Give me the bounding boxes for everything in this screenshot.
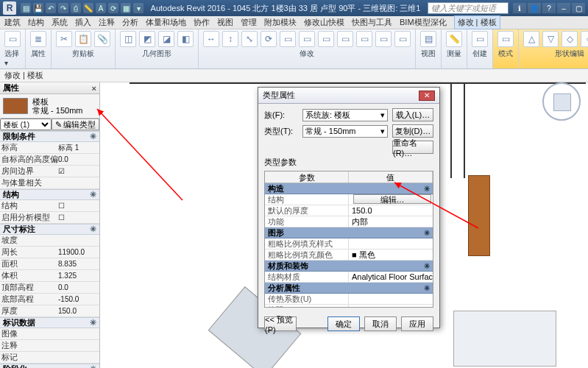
dialog-close-button[interactable]: ✕	[419, 91, 435, 101]
prop-value[interactable]: -150.0	[58, 295, 98, 303]
ribbon-tab[interactable]: 体量和场地	[146, 17, 186, 28]
prop-group-header[interactable]: 阶段化✳	[0, 364, 99, 368]
prop-row[interactable]: 图像	[0, 328, 99, 340]
prop-row[interactable]: 标记	[0, 352, 99, 364]
ribbon-tab[interactable]: 分析	[122, 17, 138, 28]
param-group-header[interactable]: 图形✳	[265, 227, 433, 238]
qat-print-icon[interactable]: ⎙	[71, 3, 81, 13]
ribbon-tab[interactable]: 建筑	[4, 17, 21, 28]
prop-value[interactable]: 11900.0	[58, 248, 98, 256]
info-icon[interactable]: ℹ	[513, 3, 526, 13]
prop-value[interactable]: 1.325	[58, 272, 98, 280]
close-icon[interactable]: ×	[92, 84, 96, 93]
prop-group-header[interactable]: 限制条件✳	[0, 131, 99, 142]
ribbon-tab[interactable]: 管理	[241, 17, 257, 28]
prop-row[interactable]: 体积1.325	[0, 270, 99, 282]
prop-row[interactable]: 自标高的高度偏移0.0	[0, 154, 99, 166]
ribbon-tab[interactable]: 快图与工具	[352, 17, 392, 28]
prop-value[interactable]: 150.0	[58, 307, 98, 315]
ribbon-tab[interactable]: 协作	[194, 17, 210, 28]
param-value[interactable]: 编辑…	[349, 194, 433, 205]
qat-open-icon[interactable]: ▤	[21, 3, 31, 13]
minimize-button[interactable]: –	[557, 3, 570, 13]
qat-measure-icon[interactable]: 📏	[83, 3, 93, 13]
maximize-button[interactable]: ▢	[572, 3, 585, 13]
duplicate-button[interactable]: 复制(D)…	[392, 124, 433, 138]
ribbon-button[interactable]: △	[523, 31, 539, 47]
param-row[interactable]: 热阻(R)	[265, 305, 433, 308]
ribbon-button[interactable]: ▭	[318, 31, 334, 47]
ribbon-tab[interactable]: 系统	[52, 17, 68, 28]
apply-button[interactable]: 应用	[401, 316, 433, 331]
prop-group-header[interactable]: 尺寸标注✳	[0, 224, 99, 235]
param-group-header[interactable]: 构造✳	[265, 183, 433, 194]
param-row[interactable]: 传热系数(U)	[265, 294, 433, 305]
param-value[interactable]	[349, 305, 433, 308]
ribbon-button[interactable]: ◇	[562, 31, 578, 47]
ribbon-tab[interactable]: 修改山快模	[304, 17, 344, 28]
prop-row[interactable]: 注释	[0, 340, 99, 352]
qat-save-icon[interactable]: 💾	[33, 3, 43, 13]
view-cube[interactable]	[542, 82, 581, 121]
ribbon-button[interactable]: 📏	[446, 31, 462, 47]
ribbon-button[interactable]: ◩	[139, 31, 155, 47]
ribbon-button[interactable]: ▭	[375, 31, 392, 47]
preview-button[interactable]: << 预览(P)	[264, 316, 297, 331]
param-row[interactable]: 结构材质Analytical Floor Surface	[265, 272, 433, 283]
ribbon-button[interactable]: ▭	[280, 31, 296, 47]
qat-sync-icon[interactable]: ⟳	[108, 3, 118, 13]
ribbon-button[interactable]: ▽	[542, 31, 559, 47]
prop-row[interactable]: 坡度	[0, 235, 99, 247]
prop-row[interactable]: 启用分析模型☐	[0, 212, 99, 224]
ribbon-tab[interactable]: 附加模块	[264, 17, 297, 28]
ribbon-button[interactable]: ⟳	[261, 31, 277, 47]
prop-group-header[interactable]: 结构✳	[0, 189, 99, 200]
param-value[interactable]: Analytical Floor Surface	[349, 272, 433, 282]
edit-type-button[interactable]: ✎编辑类型	[52, 118, 99, 130]
ribbon-tab[interactable]: 结构	[28, 17, 44, 28]
ribbon-button[interactable]: ◧	[177, 31, 194, 47]
prop-value[interactable]: 标高 1	[58, 143, 98, 153]
ribbon-button[interactable]: ≣	[30, 31, 46, 47]
prop-value[interactable]: 0.0	[58, 283, 98, 291]
ok-button[interactable]: 确定	[327, 316, 360, 331]
ribbon-tab[interactable]: 插入	[75, 17, 91, 28]
param-row[interactable]: 结构编辑…	[265, 194, 433, 205]
prop-row[interactable]: 房间边界☑	[0, 166, 99, 177]
ribbon-button[interactable]: ▭	[394, 31, 411, 47]
search-input[interactable]: 键入关键字或短语	[428, 2, 509, 14]
prop-row[interactable]: 顶部高程0.0	[0, 282, 99, 294]
qat-more-icon[interactable]: ▾	[133, 3, 144, 13]
edit-structure-button[interactable]: 编辑…	[353, 194, 431, 204]
qat-undo-icon[interactable]: ↶	[46, 3, 56, 13]
prop-row[interactable]: 周长11900.0	[0, 247, 99, 258]
param-value[interactable]: 内部	[349, 216, 433, 227]
help-icon[interactable]: ?	[542, 3, 556, 13]
param-row[interactable]: 粗略比例填充颜色■ 黑色	[265, 250, 433, 261]
app-logo[interactable]: R	[3, 1, 16, 15]
ribbon-tab[interactable]: BIM模型深化	[400, 17, 447, 28]
ribbon-button[interactable]: ▭	[472, 31, 488, 47]
ribbon-button[interactable]: ▭	[299, 31, 315, 47]
ribbon-button[interactable]: ◫	[120, 31, 136, 47]
qat-grid-icon[interactable]: ▦	[121, 3, 131, 13]
view-cube-face[interactable]	[553, 93, 571, 111]
ribbon-tab[interactable]: 修改 | 楼板	[454, 15, 500, 29]
ribbon-button[interactable]: ▤	[420, 31, 436, 47]
load-button[interactable]: 载入(L)…	[392, 108, 433, 121]
ribbon-button[interactable]: ○	[581, 31, 588, 47]
prop-row[interactable]: 底部高程-150.0	[0, 294, 99, 305]
prop-row[interactable]: 面积8.835	[0, 258, 99, 270]
param-group-header[interactable]: 分析属性✳	[265, 283, 433, 294]
prop-value[interactable]: 0.0	[58, 155, 98, 163]
ribbon-tab[interactable]: 视图	[217, 17, 233, 28]
ribbon-button[interactable]: ▭	[356, 31, 372, 47]
ribbon-button[interactable]: ▭	[337, 31, 353, 47]
param-value[interactable]: ■ 黑色	[349, 250, 433, 260]
qat-a-icon[interactable]: A	[96, 3, 106, 13]
family-combo[interactable]: 系统族: 楼板▾	[302, 109, 388, 121]
ribbon-button[interactable]: ▭	[4, 31, 21, 47]
rename-button[interactable]: 重命名(R)…	[392, 141, 433, 154]
ribbon-button[interactable]: 📎	[94, 31, 110, 47]
cancel-button[interactable]: 取消	[364, 316, 397, 331]
